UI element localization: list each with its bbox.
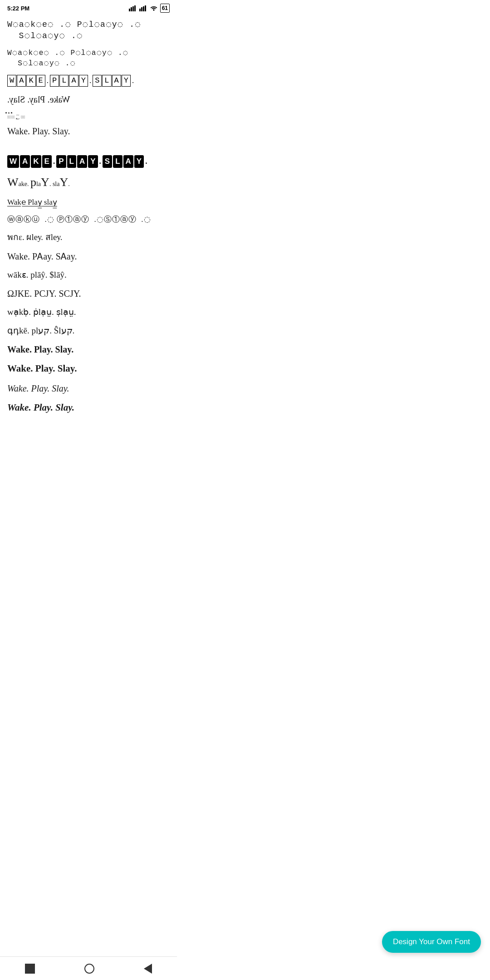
svg-rect-1 [131,7,132,11]
boxed-L2: L [102,75,111,87]
small-sla: sla [53,181,60,187]
font-row-1-line1: W◌a◌k◌e◌ .◌ P◌l◌a◌y◌ .◌ [7,19,170,30]
small-lay: la [36,181,41,187]
bb-Y2: Y [134,155,144,168]
boxed-A3: A [112,75,121,87]
font-row-2-line2: S◌l◌a◌y◌ .◌ [7,59,170,69]
status-time: 5:22 PM [7,5,29,12]
big-p: p [30,176,36,189]
black-box-text: W A K E . P L A Y . S L A Y . [7,155,147,168]
font-row-6: W A K E . P L A Y . S L A Y . [7,155,170,168]
svg-rect-6 [143,6,144,11]
bb-dot-2: . [99,156,101,167]
boxed-E: E [36,75,45,87]
underlined-slay: slay [44,198,57,206]
status-bar: 5:22 PM 61 [0,0,177,15]
font-row-8: Wake̲ Play̲ slay̲ [7,197,170,208]
bb-S: S [103,155,112,168]
bb-L: L [67,155,76,168]
bb-A: A [20,155,30,168]
boxed-A2: A [69,75,78,87]
big-Y2: Y [59,176,68,189]
svg-rect-0 [129,9,130,11]
bb-dot-3: . [145,156,147,167]
underlined-play: Play [28,198,42,206]
nav-home-button[interactable] [25,964,35,974]
back-icon [144,964,152,974]
font-row-12: wākɛ. plāŷ. $lāŷ. [7,269,170,281]
nav-search-button[interactable] [84,964,94,974]
font-row-15: գդkē. plקע. Ŝlקע. [7,325,170,337]
font-row-14: wạkḅ. ṗlạṳ. ṣlạṳ. [7,306,170,318]
svg-rect-7 [145,5,146,11]
circled-text: ⓦⓐⓚⓤ .◌ Ⓟ①ⓐⓨ .◌Ⓢ①ⓐⓨ .◌ [7,215,151,224]
font-row-5: ̂̆̊̈̌ ̂̄̏̆ ̂̊̈̌̄ Wake. Play. Slay. ̺̥͙̊͆… [7,112,170,153]
font-row-2: W◌a◌k◌e◌ .◌ P◌l◌a◌y◌ .◌ S◌l◌a◌y◌ .◌ [7,48,170,69]
dot7-3: . [68,181,70,187]
macron-text: wākɛ. plāŷ. $lāŷ. [7,270,67,279]
signal-icon-1 [129,5,137,11]
font-row-3: W A K E . P L A Y . S L A Y . [7,75,170,87]
thai-text: พกε. ผlеу. สlеу. [7,232,62,242]
font-row-2-line1: W◌a◌k◌e◌ .◌ P◌l◌a◌y◌ .◌ [7,48,170,58]
small-ake: ake [19,181,27,187]
dot-sep-2: . [89,75,91,86]
font-row-18: Wake. Play. Slay. [7,382,170,395]
font-row-11: Wake. PᎪay. SᎪay. [7,250,170,263]
chaotic-diacritics: ̂̆̊̈̌ ̂̄̏̆ ̂̊̈̌̄ [7,112,143,117]
angular-text: ΩJKE. PCJY. SCJY. [7,289,81,299]
status-icons: 61 [129,4,170,13]
medieval-text: Wake. PᎪay. SᎪay. [7,251,77,261]
bb-A3: A [123,155,133,168]
boxed-S: S [93,75,102,87]
bb-K: K [31,155,41,168]
boxed-text-container: W A K E . P L A Y . S L A Y . [7,75,135,87]
boxed-K: K [26,75,35,87]
underlined-text: Wake [7,198,26,206]
font-row-9: ⓦⓐⓚⓤ .◌ Ⓟ①ⓐⓨ .◌Ⓢ①ⓐⓨ .◌ [7,214,170,225]
dot7-2: . [49,181,53,187]
dot-sep-3: . [132,75,134,86]
font-row-4: Wake. Play. Slay. [7,93,170,106]
boxed-L: L [59,75,69,87]
chaotic-base-text: Wake. Play. Slay. [7,125,70,137]
bb-A2: A [77,155,87,168]
font-row-13: ΩJKE. PCJY. SCJY. [7,287,170,300]
font-row-17: Wake. Play. Slay. [7,362,170,375]
font-row-16: Wake. Play. Slay. [7,343,170,356]
bold-text: Wake. Play. Slay. [7,344,74,354]
italic-text: Wake. Play. Slay. [7,383,69,393]
wifi-icon [150,5,158,11]
bb-E: E [42,155,52,168]
chaotic-overlay: ̺̥͙̊͆ ̥̺͜͠ ̮͛̐ [7,114,27,120]
boxed-Y2: Y [122,75,131,87]
boxed-P: P [50,75,59,87]
angular2-text: գդkē. plקע. Ŝlקע. [7,326,74,335]
svg-rect-5 [141,7,142,11]
boxed-A: A [17,75,26,87]
dot-sep-1: . [47,75,49,86]
font-row-19: Wake. Play. Slay. [7,401,170,414]
boxed-Y: Y [79,75,88,87]
font-row-7: Wake. plaY. slaY. [7,174,170,191]
big-Y: Y [41,176,49,189]
battery-icon: 61 [160,4,170,13]
dotunder-text: wạkḅ. ṗlạṳ. ṣlạṳ. [7,307,76,317]
signal-icon-2 [139,5,147,11]
bb-L2: L [113,155,122,168]
bb-dot-1: . [53,156,55,167]
svg-rect-2 [132,6,134,11]
svg-point-8 [153,10,154,11]
mirrored-text: Wake. Play. Slay. [7,93,70,106]
bb-P: P [56,155,66,168]
bold-italic-text: Wake. Play. Slay. [7,402,74,413]
nav-back-button[interactable] [144,964,152,974]
bb-Y: Y [88,155,98,168]
boxed-W: W [7,75,16,87]
home-icon [25,964,35,974]
circle-icon [84,964,94,974]
font-row-1-line2: S◌l◌a◌y◌ .◌ [7,30,170,42]
big-W: W [7,176,19,189]
font-row-10: พกε. ผlеу. สlеу. [7,231,170,244]
svg-rect-3 [134,5,136,11]
